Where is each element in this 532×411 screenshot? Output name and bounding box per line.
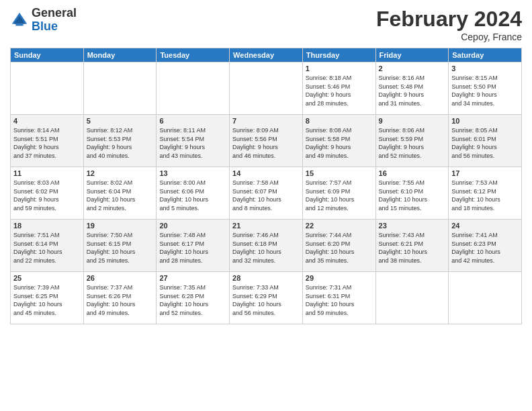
week-row-4: 25Sunrise: 7:39 AM Sunset: 6:25 PM Dayli… (11, 272, 522, 324)
day-number: 10 (451, 117, 519, 125)
calendar-header-row: Sunday Monday Tuesday Wednesday Thursday… (11, 48, 522, 62)
day-number: 5 (87, 117, 154, 125)
logo: General Blue (10, 7, 77, 34)
col-tuesday: Tuesday (157, 48, 230, 62)
day-info: Sunrise: 8:12 AM Sunset: 5:53 PM Dayligh… (87, 126, 154, 160)
day-number: 24 (451, 222, 519, 230)
table-row (157, 62, 230, 115)
day-number: 6 (159, 117, 226, 125)
week-row-0: 1Sunrise: 8:18 AM Sunset: 5:46 PM Daylig… (11, 62, 522, 115)
day-number: 8 (306, 117, 373, 125)
day-number: 21 (232, 222, 300, 230)
table-row: 23Sunrise: 7:43 AM Sunset: 6:21 PM Dayli… (375, 220, 449, 272)
day-info: Sunrise: 8:11 AM Sunset: 5:54 PM Dayligh… (159, 126, 226, 160)
table-row: 18Sunrise: 7:51 AM Sunset: 6:14 PM Dayli… (11, 220, 84, 272)
day-number: 1 (306, 64, 373, 73)
col-monday: Monday (83, 48, 157, 62)
table-row: 20Sunrise: 7:48 AM Sunset: 6:17 PM Dayli… (157, 220, 230, 272)
day-info: Sunrise: 7:31 AM Sunset: 6:31 PM Dayligh… (306, 283, 373, 317)
day-info: Sunrise: 8:16 AM Sunset: 5:48 PM Dayligh… (379, 74, 446, 107)
day-info: Sunrise: 8:00 AM Sunset: 6:06 PM Dayligh… (159, 179, 226, 212)
logo-blue-text: Blue (32, 19, 58, 33)
table-row: 3Sunrise: 8:15 AM Sunset: 5:50 PM Daylig… (449, 62, 522, 115)
table-row: 9Sunrise: 8:06 AM Sunset: 5:59 PM Daylig… (375, 115, 449, 167)
col-wednesday: Wednesday (230, 48, 303, 62)
logo-general-text: General (32, 6, 77, 19)
day-info: Sunrise: 8:14 AM Sunset: 5:51 PM Dayligh… (13, 126, 81, 160)
table-row: 6Sunrise: 8:11 AM Sunset: 5:54 PM Daylig… (157, 115, 230, 167)
day-number: 2 (379, 64, 446, 73)
table-row (11, 62, 84, 115)
col-friday: Friday (375, 48, 449, 62)
day-number: 3 (451, 64, 519, 73)
day-number: 14 (232, 169, 300, 177)
day-info: Sunrise: 7:44 AM Sunset: 6:20 PM Dayligh… (306, 231, 373, 265)
table-row: 2Sunrise: 8:16 AM Sunset: 5:48 PM Daylig… (375, 62, 449, 115)
day-number: 25 (13, 274, 81, 282)
table-row (83, 62, 157, 115)
day-info: Sunrise: 8:06 AM Sunset: 5:59 PM Dayligh… (379, 126, 446, 160)
day-number: 20 (159, 222, 226, 230)
day-info: Sunrise: 7:57 AM Sunset: 6:09 PM Dayligh… (306, 179, 373, 212)
table-row: 28Sunrise: 7:33 AM Sunset: 6:29 PM Dayli… (230, 272, 303, 324)
table-row (230, 62, 303, 115)
day-number: 22 (306, 222, 373, 230)
col-thursday: Thursday (302, 48, 375, 62)
table-row: 16Sunrise: 7:55 AM Sunset: 6:10 PM Dayli… (375, 167, 449, 220)
page: General Blue February 2024 Cepoy, France… (0, 0, 532, 411)
table-row: 4Sunrise: 8:14 AM Sunset: 5:51 PM Daylig… (11, 115, 84, 167)
col-saturday: Saturday (449, 48, 522, 62)
table-row: 17Sunrise: 7:53 AM Sunset: 6:12 PM Dayli… (449, 167, 522, 220)
table-row: 5Sunrise: 8:12 AM Sunset: 5:53 PM Daylig… (83, 115, 157, 167)
day-info: Sunrise: 7:48 AM Sunset: 6:17 PM Dayligh… (159, 231, 226, 265)
table-row: 8Sunrise: 8:08 AM Sunset: 5:58 PM Daylig… (302, 115, 375, 167)
table-row: 22Sunrise: 7:44 AM Sunset: 6:20 PM Dayli… (302, 220, 375, 272)
table-row (449, 272, 522, 324)
logo-icon (10, 11, 29, 30)
day-number: 17 (451, 169, 519, 177)
table-row: 27Sunrise: 7:35 AM Sunset: 6:28 PM Dayli… (157, 272, 230, 324)
table-row: 12Sunrise: 8:02 AM Sunset: 6:04 PM Dayli… (83, 167, 157, 220)
table-row: 11Sunrise: 8:03 AM Sunset: 6:02 PM Dayli… (11, 167, 84, 220)
table-row: 15Sunrise: 7:57 AM Sunset: 6:09 PM Dayli… (302, 167, 375, 220)
day-info: Sunrise: 8:03 AM Sunset: 6:02 PM Dayligh… (13, 179, 81, 212)
day-info: Sunrise: 7:46 AM Sunset: 6:18 PM Dayligh… (232, 231, 300, 265)
table-row: 21Sunrise: 7:46 AM Sunset: 6:18 PM Dayli… (230, 220, 303, 272)
day-info: Sunrise: 7:41 AM Sunset: 6:23 PM Dayligh… (451, 231, 519, 265)
day-info: Sunrise: 7:35 AM Sunset: 6:28 PM Dayligh… (159, 283, 226, 317)
day-info: Sunrise: 7:43 AM Sunset: 6:21 PM Dayligh… (379, 231, 446, 265)
day-info: Sunrise: 8:18 AM Sunset: 5:46 PM Dayligh… (306, 74, 373, 107)
day-info: Sunrise: 7:37 AM Sunset: 6:26 PM Dayligh… (87, 283, 154, 317)
table-row: 26Sunrise: 7:37 AM Sunset: 6:26 PM Dayli… (83, 272, 157, 324)
calendar-table: Sunday Monday Tuesday Wednesday Thursday… (10, 48, 522, 324)
day-number: 29 (306, 274, 373, 282)
day-info: Sunrise: 7:39 AM Sunset: 6:25 PM Dayligh… (13, 283, 81, 317)
day-number: 19 (87, 222, 154, 230)
table-row (375, 272, 449, 324)
day-info: Sunrise: 8:05 AM Sunset: 6:01 PM Dayligh… (451, 126, 519, 160)
day-number: 7 (232, 117, 300, 125)
table-row: 13Sunrise: 8:00 AM Sunset: 6:06 PM Dayli… (157, 167, 230, 220)
col-sunday: Sunday (11, 48, 84, 62)
table-row: 24Sunrise: 7:41 AM Sunset: 6:23 PM Dayli… (449, 220, 522, 272)
day-info: Sunrise: 7:55 AM Sunset: 6:10 PM Dayligh… (379, 179, 446, 212)
day-number: 4 (13, 117, 81, 125)
table-row: 19Sunrise: 7:50 AM Sunset: 6:15 PM Dayli… (83, 220, 157, 272)
table-row: 29Sunrise: 7:31 AM Sunset: 6:31 PM Dayli… (302, 272, 375, 324)
day-info: Sunrise: 7:51 AM Sunset: 6:14 PM Dayligh… (13, 231, 81, 265)
logo-text: General Blue (32, 7, 77, 34)
day-number: 12 (87, 169, 154, 177)
table-row: 14Sunrise: 7:58 AM Sunset: 6:07 PM Dayli… (230, 167, 303, 220)
day-info: Sunrise: 7:53 AM Sunset: 6:12 PM Dayligh… (451, 179, 519, 212)
day-info: Sunrise: 8:08 AM Sunset: 5:58 PM Dayligh… (306, 126, 373, 160)
table-row: 7Sunrise: 8:09 AM Sunset: 5:56 PM Daylig… (230, 115, 303, 167)
table-row: 1Sunrise: 8:18 AM Sunset: 5:46 PM Daylig… (302, 62, 375, 115)
week-row-3: 18Sunrise: 7:51 AM Sunset: 6:14 PM Dayli… (11, 220, 522, 272)
title-block: February 2024 Cepoy, France (376, 7, 522, 42)
table-row: 25Sunrise: 7:39 AM Sunset: 6:25 PM Dayli… (11, 272, 84, 324)
day-number: 18 (13, 222, 81, 230)
svg-rect-2 (15, 24, 23, 26)
title-month: February 2024 (376, 7, 522, 32)
day-info: Sunrise: 8:15 AM Sunset: 5:50 PM Dayligh… (451, 74, 519, 107)
title-location: Cepoy, France (376, 32, 522, 42)
